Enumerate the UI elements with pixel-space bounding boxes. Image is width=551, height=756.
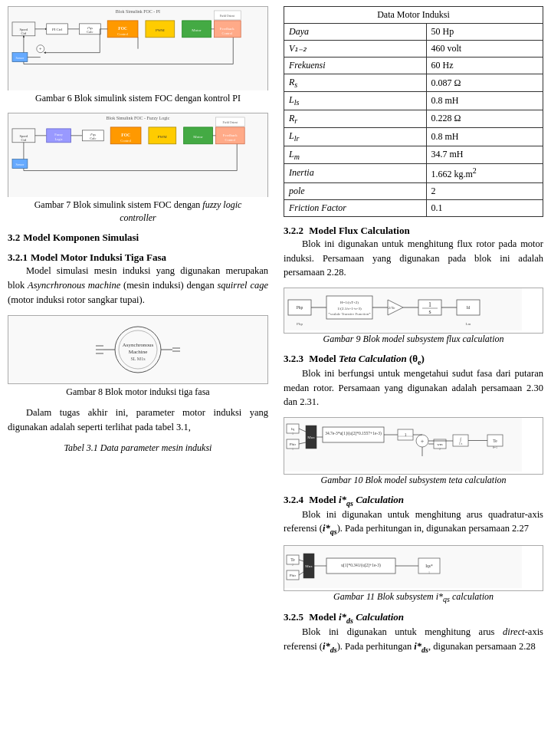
svg-text:Lm: Lm: [466, 322, 471, 326]
table-row: Inertia1.662 kg.m2: [284, 163, 543, 182]
svg-text:Ctrl: Ctrl: [21, 31, 27, 35]
section-321: 3.2.1 Model Motor Induksi Tiga Fasa Mode…: [8, 251, 268, 307]
svg-text:Php: Php: [297, 305, 303, 310]
svg-text:Control: Control: [117, 32, 128, 36]
svg-text:1/(2.1/s+1+e-3): 1/(2.1/s+1+e-3): [337, 307, 362, 311]
sec-322-num: 3.2.2: [284, 225, 303, 237]
fig7-caption: Gambar 7 Blok simulink sistem FOC dengan…: [8, 199, 268, 225]
sec-323-title: Model Teta Calculation (θe): [307, 353, 425, 366]
svg-text:FOC: FOC: [121, 133, 130, 137]
sec-325-num: 3.2.5: [284, 611, 303, 623]
fig10-caption: Gambar 10 Blok model subsystem teta calc…: [284, 475, 543, 486]
body-323-text: Blok ini berfungsi untuk mengetahui sudu…: [284, 366, 543, 409]
svg-text:Control: Control: [221, 31, 232, 35]
fig9-caption: Gambar 9 Blok model subsystem flux calcu…: [284, 334, 543, 345]
svg-text:s: s: [428, 308, 431, 315]
table-row: V₁₋₂460 volt: [284, 41, 543, 58]
svg-text:3: 3: [292, 432, 294, 436]
section-322: 3.2.2 Model Flux Calculation Blok ini di…: [284, 225, 543, 280]
svg-text:1: 1: [292, 447, 294, 451]
fig7-diagram: Blok Simulink FOC - Fuzzy Logic Speed Ct…: [8, 113, 268, 225]
table-row: pole2: [284, 182, 543, 199]
motor-data-table: Data Motor Induksi Daya50 HpV₁₋₂460 volt…: [284, 6, 543, 217]
svg-text:PI Ctrl: PI Ctrl: [52, 28, 63, 31]
svg-text:FOC: FOC: [118, 26, 127, 31]
svg-text:Motor: Motor: [193, 135, 203, 139]
svg-text:SL M1s: SL M1s: [131, 357, 146, 361]
svg-text:2/Te: 2/Te: [389, 306, 396, 310]
svg-rect-135: [284, 546, 522, 588]
svg-text:Field Orient: Field Orient: [220, 14, 235, 18]
svg-text:Phir: Phir: [290, 574, 297, 577]
svg-text:wm: wm: [437, 442, 443, 446]
svg-text:2: 2: [439, 447, 441, 451]
svg-text:Control: Control: [120, 139, 131, 143]
svg-rect-80: [284, 288, 522, 330]
table-row: Frekuensi60 Hz: [284, 58, 543, 74]
body-324-text: Blok ini digunakan untuk menghitung arus…: [284, 508, 543, 537]
svg-text:Iqs*: Iqs*: [425, 564, 433, 568]
table-row: Rs0.087 Ω: [284, 74, 543, 92]
sec-325-title: Model i*ds Calculation: [307, 611, 404, 625]
svg-text:Phir: Phir: [290, 442, 297, 446]
section-321-title: Model Motor Induksi Tiga Fasa: [31, 251, 166, 264]
svg-text:1/s: 1/s: [459, 442, 463, 445]
table-row: Llr0.8 mH: [284, 128, 543, 146]
fig9-diagram: Php H=1/(sT+2) 1/(2.1/s+1+e-3) *scalale …: [284, 288, 543, 345]
svg-text:u[1]*0.341/(u[2]+1e-3): u[1]*0.341/(u[2]+1e-3): [341, 563, 381, 568]
fig10-diagram: Iq 3 Phir 1 Mux 34.7e-3*u[1]/(u[2]*0.155…: [284, 417, 543, 486]
sec-324-title: Model i*qs Calculation: [307, 494, 404, 508]
svg-text:+: +: [421, 438, 425, 445]
fig9-image: Php H=1/(sT+2) 1/(2.1/s+1+e-3) *scalale …: [284, 288, 543, 334]
fig10-image: Iq 3 Phir 1 Mux 34.7e-3*u[1]/(u[2]*0.155…: [284, 417, 543, 475]
fig8-caption: Gambar 8 Blok motor induksi tiga fasa: [8, 386, 268, 399]
section-325: 3.2.5 Model i*ds Calculation Blok ini di…: [284, 611, 543, 655]
svg-text:+: +: [39, 46, 42, 52]
svg-text:Id: Id: [467, 305, 471, 310]
svg-text:2: 2: [292, 563, 294, 567]
body-322: Dalam tugas akhir ini, parameter motor i…: [8, 406, 268, 435]
svg-text:Mux: Mux: [305, 564, 313, 568]
section-324: 3.2.4 Model i*qs Calculation Blok ini di…: [284, 494, 543, 537]
table-header: Data Motor Induksi: [284, 7, 543, 24]
sec-324-num: 3.2.4: [284, 494, 303, 506]
svg-text:Asynchronous: Asynchronous: [123, 342, 154, 348]
svg-text:34.7e-3*u[1]/(u[2]*0.1557+1e-3: 34.7e-3*u[1]/(u[2]*0.1557+1e-3): [325, 431, 382, 436]
svg-text:1: 1: [428, 570, 430, 574]
body-325-text: Blok ini digunakan untuk menghitung arus…: [284, 625, 543, 655]
left-column: Blok Simulink FOC - PI Speed Ctrl PI Ctr…: [0, 0, 276, 756]
section-321-num: 3.2.1: [8, 251, 28, 264]
fig11-image: Te 2 Phir Mux u[1]*0.341/(u[2]+1e-3) Iqs…: [284, 545, 543, 591]
fig6-caption: Gambar 6 Blok simulink sistem FOC dengan…: [8, 92, 268, 105]
table-row: Daya50 Hp: [284, 24, 543, 41]
svg-text:Fuzzy: Fuzzy: [54, 133, 64, 136]
section-32-num: 3.2: [8, 232, 20, 244]
svg-text:Mux: Mux: [307, 436, 315, 439]
sec-322-title: Model Flux Calculation: [307, 225, 410, 237]
section-323: 3.2.3 Model Teta Calculation (θe) Blok i…: [284, 353, 543, 409]
svg-text:Feedback: Feedback: [220, 27, 235, 31]
fig6-diagram: Blok Simulink FOC - PI Speed Ctrl PI Ctr…: [8, 6, 268, 105]
svg-text:Field Orient: Field Orient: [223, 120, 238, 124]
fig11-caption: Gambar 11 Blok subsystem i*qs calculatio…: [284, 591, 543, 603]
svg-text:Logic: Logic: [54, 137, 62, 141]
svg-text:Te: Te: [493, 439, 497, 443]
svg-text:1: 1: [428, 301, 431, 308]
svg-text:Iq: Iq: [291, 427, 295, 431]
right-column: Data Motor Induksi Daya50 HpV₁₋₂460 volt…: [276, 0, 551, 756]
section-32: 3.2 Model Komponen Simulasi: [8, 232, 268, 244]
sec-323-num: 3.2.3: [284, 353, 303, 365]
svg-text:Feedback: Feedback: [223, 133, 238, 137]
fig6-image: Blok Simulink FOC - PI Speed Ctrl PI Ctr…: [8, 6, 268, 90]
svg-text:*scalale Transfer Function*: *scalale Transfer Function*: [328, 312, 371, 316]
svg-text:PWM: PWM: [156, 28, 165, 32]
svg-text:Sensor: Sensor: [16, 56, 25, 60]
svg-text:Ctrl: Ctrl: [21, 138, 27, 142]
table-row: Friction Factor0.1: [284, 199, 543, 216]
table-row: Rr0.228 Ω: [284, 110, 543, 127]
section-32-title: Model Komponen Simulasi: [23, 232, 139, 244]
svg-text:Control: Control: [225, 138, 235, 142]
svg-text:Calc: Calc: [90, 136, 96, 140]
svg-text:Te: Te: [290, 557, 295, 562]
svg-text:Sensor: Sensor: [16, 162, 25, 166]
